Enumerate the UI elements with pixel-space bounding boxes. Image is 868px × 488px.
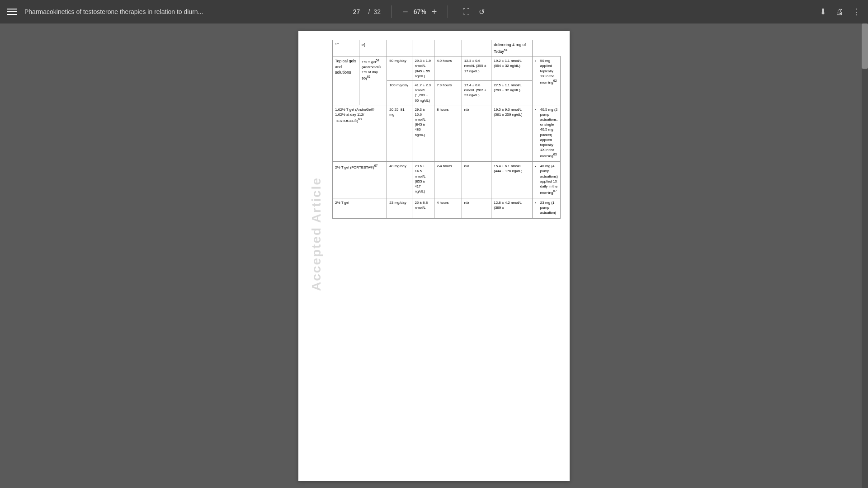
table-cell-cavg2 xyxy=(434,40,462,56)
zoom-out-button[interactable]: − xyxy=(403,7,408,16)
table-cell-cmax xyxy=(462,40,491,56)
zoom-level: 67% xyxy=(411,8,429,15)
scrollbar-thumb[interactable] xyxy=(862,23,868,69)
table-cell-tmax xyxy=(412,40,434,56)
watermark: Accepted Article xyxy=(298,76,335,392)
table-cell-cavg xyxy=(387,40,412,56)
toolbar: Pharmacokinetics of testosterone therapi… xyxy=(0,0,868,23)
fit-page-icon[interactable]: ⛶ xyxy=(462,8,470,16)
table-cell-cmin-2pct: n/a xyxy=(462,162,491,198)
table-cell-cavg-23: 25 ± 8.8 nmol/L xyxy=(412,198,434,219)
zoom-controls: − 67% + xyxy=(403,7,437,16)
table-cell-dose-2pct: 40 mg/day xyxy=(387,162,412,198)
table-cell-drug-topical: Topical gels and solutions xyxy=(333,56,359,105)
toolbar-actions: ⛶ ↺ xyxy=(462,8,485,16)
page-total: 32 xyxy=(373,8,381,15)
table-cell-tmax-100: 7.9 hours xyxy=(434,80,462,105)
table-cell-drug-2pct-23: 2% T gel xyxy=(333,198,387,219)
page-number-input[interactable]: 27 xyxy=(349,8,365,15)
page-separator: / xyxy=(368,8,370,15)
document-title: Pharmacokinetics of testosterone therapi… xyxy=(24,8,341,15)
table-cell-drug: 1ˢᵗ xyxy=(333,40,359,56)
table-cell-drug-1pct: 1% T gel54 (AndroGel® 1% at day 90)62 xyxy=(359,56,387,105)
table-cell-cmax-50: 19.2 ± 1.1 nmol/L (554 ± 32 ng/dL) xyxy=(491,56,533,81)
separator-2 xyxy=(448,5,448,18)
table-cell-notes-23: 23 mg (1 pump actuation) xyxy=(532,198,560,219)
table-cell-notes-1pct: 50 mg applied topically 1X in the mornin… xyxy=(532,56,560,105)
table-cell-cmin-100: 17.4 ± 0.8 nmol/L (502 ± 23 ng/dL) xyxy=(462,80,491,105)
rotate-icon[interactable]: ↺ xyxy=(479,8,485,16)
table-cell-dose-162: 20.25–81 mg xyxy=(387,105,412,162)
page-navigation: 27 / 32 xyxy=(349,8,381,15)
table-cell-notes-162: 40.5 mg (2 pump actuations, or single 40… xyxy=(532,105,560,162)
table-cell-dose-23: 23 mg/day xyxy=(387,198,412,219)
document-page: Accepted Article 1ˢᵗ e) delivering 4 mg … xyxy=(298,31,570,481)
print-icon[interactable]: 🖨 xyxy=(835,7,844,17)
table-cell-dose-label: e) xyxy=(359,40,387,56)
table-row: 2% T gel (FORTESTA®)67 40 mg/day 29.6 ± … xyxy=(333,162,561,198)
table-cell-cmax-23: 12.8 ± 4.2 nmol/L (369 ± xyxy=(491,198,533,219)
table-cell-cmin-50: 12.3 ± 0.6 nmol/L (355 ± 17 ng/dL) xyxy=(462,56,491,81)
table-cell-drug-162: 1.62% T gel (AndroGel® 1.62% at day 112/… xyxy=(333,105,387,162)
table-cell-cavg-162: 29.3 ± 16.6 nmol/L (845 ± 480 ng/dL) xyxy=(412,105,434,162)
more-options-icon[interactable]: ⋮ xyxy=(853,7,861,17)
table-cell-cavg-100: 41.7 ± 2.3 nmol/L (1,203 ± 66 ng/dL) xyxy=(412,80,434,105)
table-row: 2% T gel 23 mg/day 25 ± 8.8 nmol/L 4 hou… xyxy=(333,198,561,219)
table-cell-tmax-162: 8 hours xyxy=(434,105,462,162)
table-cell-cavg-2pct: 29.6 ± 14.5 nmol/L (855 ± 417 ng/dL) xyxy=(412,162,434,198)
table-cell-tmax-50: 4.0 hours xyxy=(434,56,462,81)
menu-button[interactable] xyxy=(7,9,17,15)
table-cell-cmin-23: n/a xyxy=(462,198,491,219)
download-icon[interactable]: ⬇ xyxy=(820,7,826,17)
table-cell-cmax-162: 19.5 ± 9.0 nmol/L (561 ± 259 ng/dL) xyxy=(491,105,533,162)
table-row: 1.62% T gel (AndroGel® 1.62% at day 112/… xyxy=(333,105,561,162)
zoom-in-button[interactable]: + xyxy=(432,7,437,16)
table-cell-tmax-23: 4 hours xyxy=(434,198,462,219)
separator-1 xyxy=(392,5,392,18)
table-cell-dose-100: 100 mg/day xyxy=(387,80,412,105)
scrollbar[interactable] xyxy=(862,23,868,488)
table-cell-tmax-2pct: 2-4 hours xyxy=(434,162,462,198)
table-cell-cmin-162: n/a xyxy=(462,105,491,162)
table-cell-dose-50: 50 mg/day xyxy=(387,56,412,81)
table-cell-cmax-2pct: 15.4 ± 6.1 nmol/L (444 ± 176 ng/dL) xyxy=(491,162,533,198)
right-toolbar-actions: ⬇ 🖨 ⋮ xyxy=(820,7,861,17)
table-cell-cavg-50: 29.3 ± 1.9 nmol/L (845 ± 55 ng/dL) xyxy=(412,56,434,81)
table-row: 1ˢᵗ e) delivering 4 mg of T/day51 xyxy=(333,40,561,56)
table-cell-drug-2pct: 2% T gel (FORTESTA®)67 xyxy=(333,162,387,198)
table-cell-cmax-100: 27.5 ± 1.1 nmol/L (793 ± 32 ng/dL) xyxy=(491,80,533,105)
table-cell-notes-2pct: 40 mg (4 pump actuations) applied 1X dai… xyxy=(532,162,560,198)
table-row: Topical gels and solutions 1% T gel54 (A… xyxy=(333,56,561,81)
table-cell-notes: delivering 4 mg of T/day51 xyxy=(491,40,533,56)
data-table: 1ˢᵗ e) delivering 4 mg of T/day51 Topica… xyxy=(332,40,561,219)
document-viewer: Accepted Article 1ˢᵗ e) delivering 4 mg … xyxy=(0,23,868,488)
